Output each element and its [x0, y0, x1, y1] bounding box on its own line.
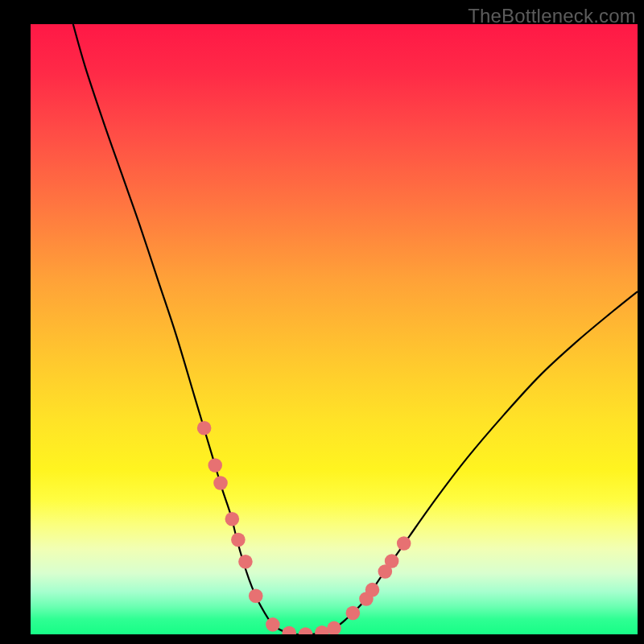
marker-dot — [249, 588, 263, 603]
marker-dot — [225, 512, 240, 526]
marker-dot — [197, 421, 212, 436]
plot-area — [31, 24, 638, 634]
marker-dot — [385, 554, 399, 568]
curve-layer — [31, 24, 638, 634]
marker-dot — [231, 533, 246, 547]
marker-dot — [346, 606, 361, 621]
chart-frame: TheBottleneck.com — [0, 0, 644, 644]
marker-dot — [327, 621, 341, 634]
marker-dot — [266, 617, 280, 632]
marker-dot — [315, 625, 329, 634]
marker-dot — [365, 583, 380, 597]
marker-dot — [238, 555, 253, 569]
bottleneck-curve — [73, 24, 638, 634]
marker-dot — [299, 627, 313, 634]
marker-dots — [197, 421, 411, 634]
watermark-text: TheBottleneck.com — [468, 5, 636, 27]
marker-dot — [282, 626, 296, 634]
marker-dot — [208, 458, 222, 473]
marker-dot — [397, 536, 411, 551]
marker-dot — [213, 476, 228, 490]
